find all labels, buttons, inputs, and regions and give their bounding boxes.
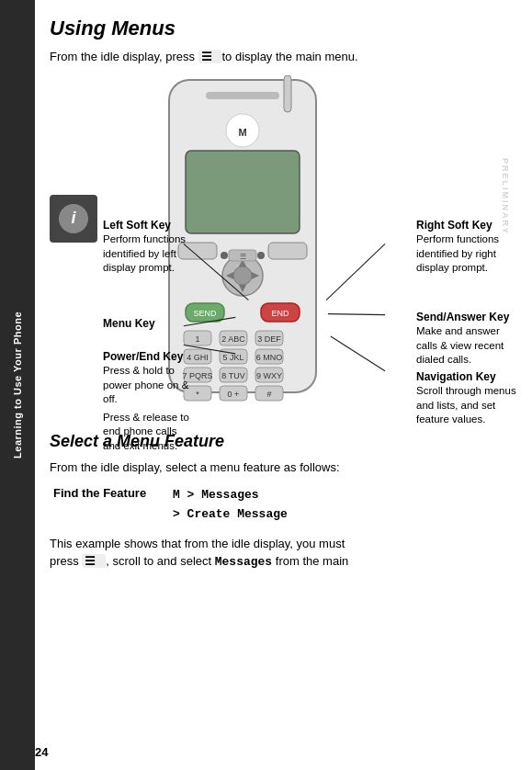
svg-text:2 ABC: 2 ABC <box>221 334 245 344</box>
right-soft-key-desc: Perform functions identified by right di… <box>416 232 517 276</box>
sidebar-label: Learning to Use Your Phone <box>12 311 23 459</box>
feature-value-cell: M > Messages > Create Message <box>169 483 517 527</box>
feature-label-cell: Find the Feature <box>50 483 169 527</box>
page-title: Using Menus <box>50 17 517 40</box>
svg-text:0 +: 0 + <box>228 390 240 399</box>
svg-text:SEND: SEND <box>193 309 217 318</box>
svg-text:END: END <box>271 309 289 318</box>
svg-text:1: 1 <box>195 334 199 344</box>
intro-prefix: From the idle display, press <box>50 50 195 63</box>
menu-key-label: Menu Key <box>103 316 186 331</box>
bottom-text: This example shows that from the idle di… <box>50 535 517 572</box>
right-soft-key-label: Right Soft Key Perform functions identif… <box>416 218 517 276</box>
intro-suffix: to display the main menu. <box>221 50 357 63</box>
left-soft-key-title: Left Soft Key <box>103 218 195 232</box>
feature-table: Find the Feature M > Messages > Create M… <box>50 483 517 527</box>
svg-text:#: # <box>266 390 271 399</box>
bottom-text-end: from the main <box>276 554 348 568</box>
navigation-key-label: Navigation Key Scroll through menus and … <box>416 369 517 427</box>
nav-key-title: Navigation Key <box>416 369 517 384</box>
svg-rect-7 <box>268 243 307 259</box>
svg-point-42 <box>221 252 228 259</box>
svg-text:3 DEF: 3 DEF <box>257 334 281 344</box>
menu-icon-inline: ☰ <box>198 50 222 63</box>
menu-key-title: Menu Key <box>103 316 186 331</box>
main-content: Using Menus From the idle display, press… <box>35 0 532 770</box>
svg-text:9 WXY: 9 WXY <box>256 371 282 380</box>
power-key-desc2: Press & release to end phone calls and e… <box>103 411 195 454</box>
svg-text:5 JKL: 5 JKL <box>222 353 243 362</box>
left-soft-key-label: Left Soft Key Perform functions identifi… <box>103 218 195 276</box>
intro-text: From the idle display, press ☰ to displa… <box>50 48 517 66</box>
power-key-desc1: Press & hold to power phone on & off. <box>103 364 195 407</box>
feature-path-line2: > Create Message <box>173 507 288 521</box>
send-answer-key-label: Send/Answer Key Make and answer calls & … <box>416 310 517 368</box>
svg-text:8 TUV: 8 TUV <box>221 371 244 380</box>
table-row: Find the Feature M > Messages > Create M… <box>50 483 517 527</box>
left-soft-key-desc: Perform functions identified by left dis… <box>103 232 195 276</box>
phone-diagram: PRELIMINARY i M <box>50 75 517 425</box>
svg-text:M: M <box>238 127 246 138</box>
info-icon: i <box>59 204 88 233</box>
bottom-text-2: press <box>50 554 79 568</box>
svg-text:*: * <box>196 390 199 399</box>
nav-key-desc: Scroll through menus and lists, and set … <box>416 384 517 427</box>
bottom-text-1: This example shows that from the idle di… <box>50 537 345 550</box>
send-key-title: Send/Answer Key <box>416 310 517 324</box>
info-box: i <box>50 195 97 243</box>
svg-point-9 <box>233 266 252 285</box>
svg-rect-2 <box>206 92 279 99</box>
svg-text:☰: ☰ <box>240 253 246 261</box>
svg-text:6 MNO: 6 MNO <box>256 353 283 362</box>
feature-path-line1: M > Messages <box>173 488 259 502</box>
sidebar: Learning to Use Your Phone <box>0 0 35 770</box>
page-number: 24 <box>35 745 48 759</box>
bottom-mono-word: Messages <box>215 555 272 569</box>
bottom-text-suffix: , scroll to and select <box>106 554 211 568</box>
right-soft-key-title: Right Soft Key <box>416 218 517 232</box>
svg-rect-1 <box>284 75 291 112</box>
menu-icon-bottom: ☰ <box>82 554 106 568</box>
section2-intro: From the idle display, select a menu fea… <box>50 459 517 477</box>
svg-rect-5 <box>186 151 300 233</box>
svg-point-43 <box>257 252 265 259</box>
send-key-desc: Make and answer calls & view recent dial… <box>416 324 517 368</box>
power-end-key-label: Power/End Key Press & hold to power phon… <box>103 349 195 453</box>
power-key-title: Power/End Key <box>103 349 195 364</box>
